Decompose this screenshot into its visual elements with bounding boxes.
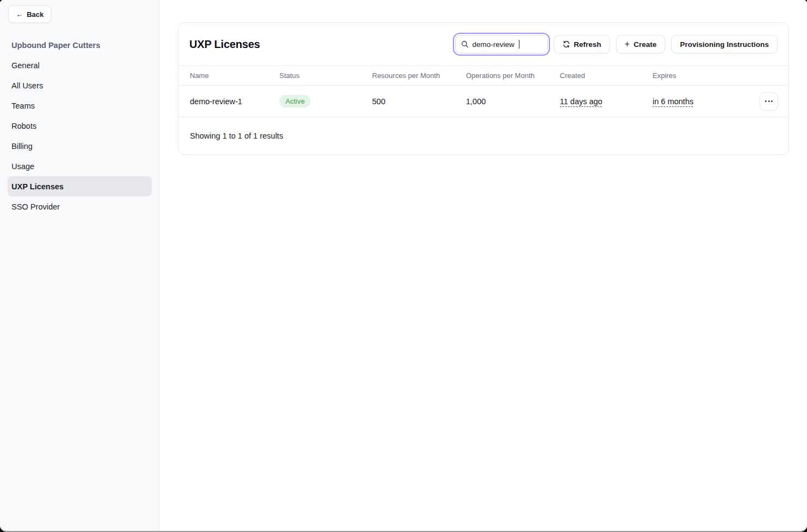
results-summary: Showing 1 to 1 of 1 results (178, 117, 788, 154)
sidebar-org-heading: Upbound Paper Cutters (8, 35, 152, 55)
app-window: ← Back Upbound Paper Cutters General All… (0, 0, 807, 532)
sidebar-item-teams[interactable]: Teams (8, 95, 152, 116)
text-caret (519, 40, 520, 49)
sidebar-item-billing[interactable]: Billing (8, 136, 152, 156)
sidebar-item-all-users[interactable]: All Users (8, 75, 152, 95)
create-button[interactable]: + Create (616, 35, 665, 53)
cell-resources-per-month: 500 (372, 97, 465, 106)
cell-created: 11 days ago (559, 97, 652, 106)
sidebar-item-usage[interactable]: Usage (8, 156, 152, 176)
cell-status: Active (279, 95, 372, 107)
refresh-icon (563, 40, 570, 48)
column-header-status: Status (279, 71, 372, 80)
page-title: UXP Licenses (189, 38, 260, 51)
search-value: demo-review (473, 40, 515, 49)
sidebar-item-uxp-licenses[interactable]: UXP Licenses (8, 176, 152, 196)
card-header: UXP Licenses demo-review (178, 23, 788, 65)
back-arrow-icon: ← (16, 10, 23, 18)
column-header-resources: Resources per Month (372, 71, 465, 80)
main-content: UXP Licenses demo-review (160, 0, 807, 531)
provisioning-instructions-button[interactable]: Provisioning Instructions (671, 35, 778, 53)
refresh-button-label: Refresh (574, 40, 601, 49)
plus-icon: + (625, 40, 630, 49)
cell-license-name: demo-review-1 (189, 97, 279, 106)
column-header-created: Created (559, 71, 652, 80)
cell-actions (759, 92, 778, 111)
expires-relative-time[interactable]: in 6 months (653, 97, 694, 106)
column-header-operations: Operations per Month (465, 71, 559, 80)
back-button[interactable]: ← Back (8, 5, 51, 23)
uxp-licenses-card: UXP Licenses demo-review (178, 22, 789, 155)
sidebar-item-sso-provider[interactable]: SSO Provider (8, 196, 152, 217)
create-button-label: Create (633, 40, 656, 49)
refresh-button[interactable]: Refresh (554, 35, 610, 53)
column-header-name: Name (189, 71, 279, 80)
header-controls: demo-review Refresh + (455, 35, 778, 53)
table-header-row: Name Status Resources per Month Operatio… (178, 65, 788, 86)
created-relative-time[interactable]: 11 days ago (560, 97, 602, 106)
sidebar-item-general[interactable]: General (8, 55, 152, 75)
sidebar-item-robots[interactable]: Robots (8, 116, 152, 136)
table-row: demo-review-1 Active 500 1,000 11 days a… (178, 86, 788, 117)
sidebar-nav: Upbound Paper Cutters General All Users … (0, 35, 159, 217)
ellipsis-icon (765, 100, 767, 102)
row-actions-menu-button[interactable] (760, 92, 778, 111)
column-header-expires: Expires (652, 71, 759, 80)
search-icon (461, 40, 469, 48)
cell-operations-per-month: 1,000 (465, 97, 559, 106)
cell-expires: in 6 months (652, 97, 759, 106)
search-input[interactable]: demo-review (455, 35, 548, 53)
status-badge: Active (279, 95, 310, 107)
settings-sidebar: ← Back Upbound Paper Cutters General All… (0, 0, 160, 531)
provisioning-instructions-label: Provisioning Instructions (680, 40, 769, 49)
back-button-label: Back (27, 10, 44, 19)
